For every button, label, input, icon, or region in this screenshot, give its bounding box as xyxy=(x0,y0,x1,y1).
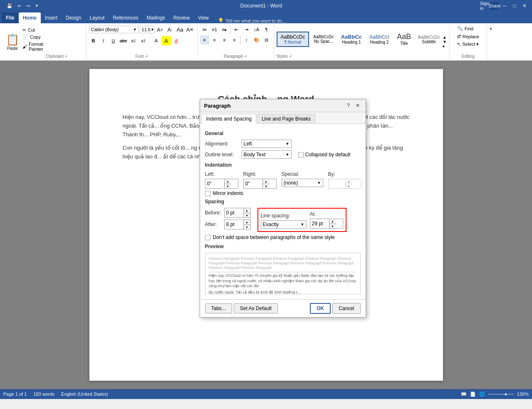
dont-add-space-checkbox[interactable] xyxy=(205,235,210,240)
tab-indents-spacing[interactable]: Indents and Spacing xyxy=(202,114,256,124)
justify-button[interactable]: ≡ xyxy=(230,35,239,44)
before-down[interactable]: ▼ xyxy=(244,213,250,217)
ok-button[interactable]: OK xyxy=(310,303,331,314)
tab-insert[interactable]: Insert xyxy=(41,12,62,23)
language-indicator[interactable]: English (United States) xyxy=(61,392,108,397)
indent-left-up[interactable]: ▲ xyxy=(225,179,231,184)
select-button[interactable]: ↖ Select ▾ xyxy=(455,41,481,48)
indent-by-down[interactable]: ▼ xyxy=(346,184,352,188)
show-formatting-button[interactable]: ¶ xyxy=(262,25,271,34)
font-name-dropdown-icon[interactable]: ▼ xyxy=(133,27,137,32)
italic-button[interactable]: I xyxy=(99,36,108,45)
increase-indent-button[interactable]: ⇥ xyxy=(242,25,251,34)
font-color-button[interactable]: A xyxy=(172,36,181,45)
text-highlight-button[interactable]: A xyxy=(162,36,171,45)
sign-in-button[interactable]: Sign in xyxy=(480,2,489,10)
before-up[interactable]: ▲ xyxy=(244,208,250,213)
font-expand-icon[interactable]: ↗ xyxy=(145,54,148,59)
strikethrough-button[interactable]: abc xyxy=(119,36,128,45)
style-title-button[interactable]: AaB Title xyxy=(393,31,414,47)
style-heading2-button[interactable]: AaBbCcI Heading 2 xyxy=(366,32,393,46)
line-spacing-at-down[interactable]: ▼ xyxy=(329,224,336,228)
clear-formatting-button[interactable]: A✕ xyxy=(186,25,195,34)
replace-button[interactable]: ⇄ Replace xyxy=(455,33,481,40)
collapse-ribbon-button[interactable]: ▲ xyxy=(487,24,495,59)
tell-me-bar[interactable]: 💡 Tell me what you want to do... xyxy=(213,18,532,23)
undo-icon[interactable]: ↩ xyxy=(16,2,23,10)
indent-left-spinner[interactable]: ▲ ▼ xyxy=(205,179,238,189)
numbering-button[interactable]: ≡1 xyxy=(210,25,219,34)
tab-design[interactable]: Design xyxy=(62,12,85,23)
mirror-indents-checkbox[interactable] xyxy=(205,191,210,196)
web-layout-icon[interactable]: 🌐 xyxy=(479,392,485,397)
copy-button[interactable]: 📄 Copy xyxy=(22,34,46,40)
subscript-button[interactable]: x2 xyxy=(129,36,138,45)
read-mode-icon[interactable]: 📖 xyxy=(461,392,467,397)
zoom-slider[interactable]: ─────●── xyxy=(488,392,514,397)
style-no-spacing-button[interactable]: AaBbCcDc No Spac... xyxy=(310,33,337,45)
alignment-select[interactable]: Left ▼ xyxy=(242,140,292,148)
set-default-button[interactable]: Set As Default xyxy=(234,303,278,313)
indent-left-input[interactable] xyxy=(205,179,224,188)
tab-file[interactable]: File xyxy=(2,12,19,23)
before-input[interactable] xyxy=(225,208,243,217)
line-spacing-select[interactable]: Exactly ▼ xyxy=(261,220,307,229)
decrease-indent-button[interactable]: ⇤ xyxy=(232,25,241,34)
styles-scroll-down[interactable]: ▼ xyxy=(443,39,447,44)
superscript-button[interactable]: x2 xyxy=(139,36,148,45)
tab-home[interactable]: Home xyxy=(19,12,41,23)
before-spinner[interactable]: ▲ ▼ xyxy=(224,208,251,218)
indent-by-input[interactable] xyxy=(329,179,345,188)
after-input[interactable] xyxy=(225,220,243,229)
style-heading1-button[interactable]: AaBbCc Heading 1 xyxy=(338,32,365,46)
outline-select[interactable]: Body Text ▼ xyxy=(242,150,292,159)
underline-button[interactable]: U xyxy=(109,36,118,45)
font-size-dropdown-icon[interactable]: ▼ xyxy=(151,27,154,32)
maximize-button[interactable]: □ xyxy=(510,2,519,10)
close-button[interactable]: ✕ xyxy=(520,2,529,10)
line-spacing-at-spinner[interactable]: ▲ ▼ xyxy=(310,219,343,229)
font-size-decrease-button[interactable]: A- xyxy=(166,25,175,34)
after-spinner[interactable]: ▲ ▼ xyxy=(224,219,251,229)
share-button[interactable]: Share xyxy=(490,2,499,10)
print-layout-icon[interactable]: 📄 xyxy=(470,392,476,397)
line-spacing-button[interactable]: ↕ xyxy=(242,35,251,44)
indent-by-spinner[interactable]: ▲ ▼ xyxy=(328,179,361,189)
align-center-button[interactable]: ≡ xyxy=(210,35,219,44)
styles-dropdown[interactable]: ▾ xyxy=(443,44,447,49)
cut-button[interactable]: ✂ Cut xyxy=(22,27,46,33)
qat-dropdown-icon[interactable]: ▼ xyxy=(33,3,40,9)
bullets-button[interactable]: ≡• xyxy=(200,25,209,34)
tabs-button[interactable]: Tabs... xyxy=(205,303,232,313)
bold-button[interactable]: B xyxy=(89,36,98,45)
paragraph-expand-icon[interactable]: ↗ xyxy=(244,54,247,59)
tab-layout[interactable]: Layout xyxy=(85,12,109,23)
borders-button[interactable]: ⊟ xyxy=(262,35,271,44)
text-effects-button[interactable]: A xyxy=(152,36,161,45)
line-spacing-at-input[interactable] xyxy=(310,219,329,228)
indent-right-input[interactable] xyxy=(244,179,262,188)
cancel-button[interactable]: Cancel xyxy=(332,303,360,314)
indent-right-up[interactable]: ▲ xyxy=(263,179,270,184)
change-case-button[interactable]: Aa xyxy=(176,25,185,34)
align-left-button[interactable]: ≡ xyxy=(200,35,209,44)
zoom-level[interactable]: 130% xyxy=(517,392,529,397)
after-down[interactable]: ▼ xyxy=(244,224,250,229)
styles-scroll-up[interactable]: ▲ xyxy=(443,35,447,39)
dialog-close-button[interactable]: ✕ xyxy=(354,102,361,109)
line-spacing-at-up[interactable]: ▲ xyxy=(329,219,336,224)
indent-left-down[interactable]: ▼ xyxy=(225,184,231,188)
tab-line-page-breaks[interactable]: Line and Page Breaks xyxy=(257,114,315,123)
save-icon[interactable]: 💾 xyxy=(5,2,14,10)
after-up[interactable]: ▲ xyxy=(244,220,250,224)
word-count[interactable]: 183 words xyxy=(33,392,54,397)
paste-button[interactable]: 📋 Paste xyxy=(4,32,21,52)
font-size-increase-button[interactable]: A+ xyxy=(156,25,165,34)
font-name-selector[interactable]: Calibri (Body) ▼ xyxy=(89,26,139,33)
indent-special-select[interactable]: (none) ▼ xyxy=(282,179,323,187)
style-normal-button[interactable]: AaBbCcDc ¶ Normal xyxy=(277,32,309,47)
shading-button[interactable]: 🎨 xyxy=(252,35,261,44)
tab-review[interactable]: Review xyxy=(169,12,194,23)
indent-right-spinner[interactable]: ▲ ▼ xyxy=(243,179,277,189)
style-subtitle-button[interactable]: AaBbCcDc Subtitle xyxy=(415,33,443,46)
